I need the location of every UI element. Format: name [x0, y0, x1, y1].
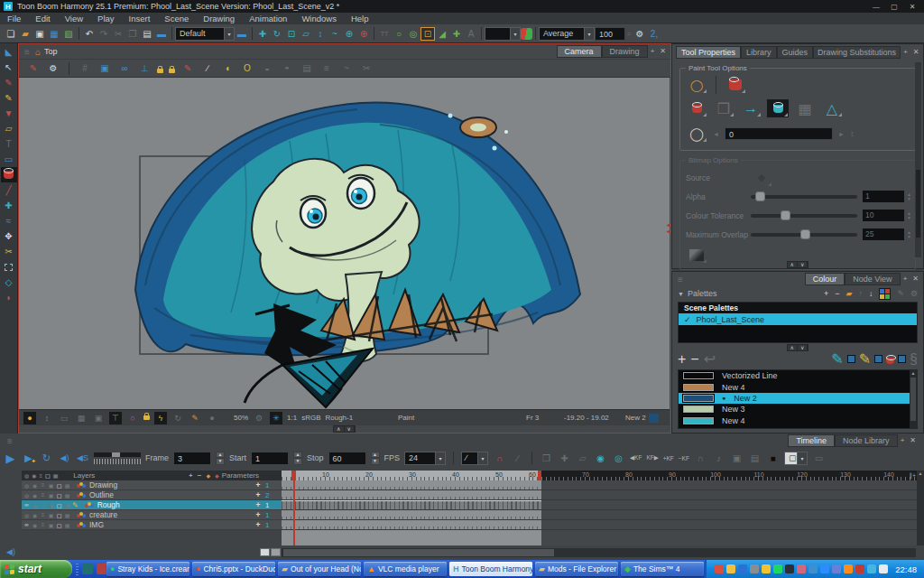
drawing-canvas[interactable]	[19, 78, 670, 409]
ease-type-dropdown[interactable]: Average▾	[539, 27, 595, 41]
add-palette-icon[interactable]: +	[824, 289, 828, 298]
sound-layer-icon[interactable]: ♪	[712, 452, 725, 465]
dropdown-caret-icon[interactable]: ▾	[584, 28, 594, 40]
layer-row[interactable]: ◍◉≡▣▢▦ creature + 1	[22, 510, 282, 520]
spin-right-icon[interactable]: ►	[838, 131, 845, 137]
onion-prev-icon[interactable]: ◒	[260, 61, 274, 75]
frames-vertical-scrollbar[interactable]: ▲	[917, 471, 924, 545]
paint-mode-icon[interactable]	[686, 99, 707, 117]
tray-controller-icon[interactable]	[867, 564, 876, 573]
swatch-row[interactable]: New 3	[679, 404, 917, 415]
rename-drawing-icon[interactable]: TT	[377, 27, 392, 41]
expand-layer-icon[interactable]: +	[253, 510, 263, 519]
tray-bluetooth-icon[interactable]	[738, 564, 747, 573]
menu-insert[interactable]: Insert	[122, 14, 158, 23]
expand-layer-icon[interactable]: +	[253, 520, 263, 529]
ink-tool-icon[interactable]: ◗	[1, 290, 17, 305]
cut-icon[interactable]: ✂	[111, 27, 125, 41]
select-tool-icon[interactable]: ↖	[1, 60, 17, 75]
edit-pencil-colour-icon[interactable]: ✎	[859, 350, 871, 368]
tray-volume-icon[interactable]	[879, 564, 888, 573]
draw-behind-icon[interactable]: ✎	[189, 412, 201, 424]
lasso-selection-icon[interactable]: ◯	[686, 76, 707, 94]
brush-preset-icon[interactable]	[521, 28, 532, 40]
add-peg-icon[interactable]: ✚	[449, 27, 464, 41]
close-tab-icon[interactable]: ✕	[907, 434, 919, 447]
animate-mode-icon[interactable]: ◣	[1, 44, 17, 60]
close-tab-icon[interactable]: ✕	[910, 46, 922, 59]
maintain-size-icon[interactable]: ↕	[313, 27, 328, 41]
onion-next-icon[interactable]: ◓	[280, 61, 294, 75]
workspace-flip-icon[interactable]: ▬	[235, 27, 249, 41]
dropdown-caret-icon[interactable]: ▾	[510, 28, 520, 40]
view-gear-icon[interactable]: ⚙	[46, 61, 60, 75]
sound-button[interactable]: ◀)	[58, 452, 71, 465]
layer-row[interactable]: ◍◉≡▣▢▦ Drawing + 1	[22, 480, 282, 490]
start-field[interactable]: 1	[251, 452, 289, 465]
volume-slider[interactable]	[94, 452, 141, 464]
flag-node-icon[interactable]: ◢	[435, 27, 449, 41]
render-play-button[interactable]: ▶✦	[22, 452, 35, 465]
workspace-dropdown[interactable]: Default▾	[175, 27, 235, 41]
hand-tool-icon[interactable]: ✥	[1, 228, 17, 244]
onion-layers-icon[interactable]: ≡	[319, 61, 334, 75]
select-composite-icon[interactable]: ⊡	[420, 27, 435, 41]
marquee-select-tool-icon[interactable]	[1, 259, 17, 275]
add-tab-icon[interactable]: +	[901, 273, 910, 285]
pivot-tool-icon[interactable]: ⊕	[342, 27, 356, 41]
tab-library[interactable]: Library	[741, 46, 777, 59]
onion-skin-icon[interactable]: ◉	[594, 452, 607, 465]
paint-colour-swatch[interactable]	[847, 355, 855, 363]
edit-paint-colour-icon[interactable]: ✎	[831, 350, 843, 368]
tab-node-view[interactable]: Node View	[845, 273, 900, 285]
minimize-button[interactable]: —	[868, 3, 884, 11]
frame-stepper[interactable]: ▲▼	[216, 452, 225, 465]
swatch-row[interactable]: Vectorized Line	[679, 370, 917, 381]
task-sims4[interactable]: ◆The Sims™ 4	[621, 562, 704, 576]
tray-vlc-icon[interactable]	[844, 564, 853, 573]
remove-palette-icon[interactable]: −	[835, 289, 839, 298]
white-cell-dropdown[interactable]: ▢▾	[784, 452, 808, 465]
add-peg-layer-icon[interactable]: ◆	[215, 472, 219, 479]
tab-camera[interactable]: Camera	[557, 45, 602, 58]
layer-row[interactable]: ∞ ◉≡▣▢▦ IMG + 1	[22, 520, 282, 530]
maximize-button[interactable]: ▢	[886, 3, 902, 11]
safe-area-icon[interactable]: ⊥	[137, 61, 152, 75]
layer-row[interactable]: ◍◉≡▣▢▦ Outline + 2	[22, 490, 282, 500]
pencil-colour-swatch[interactable]	[874, 355, 882, 363]
enable-all-icon[interactable]: ◉	[32, 472, 36, 479]
expand-layer-icon[interactable]: +	[253, 480, 263, 489]
light-bulb-icon[interactable]: ●	[23, 412, 36, 424]
tray-sync-icon[interactable]	[750, 564, 759, 573]
camera-layer-icon[interactable]: ▣	[730, 452, 744, 465]
task-file-explorer[interactable]: ▰Mods - File Explorer	[535, 562, 618, 576]
text-tool-icon[interactable]: T	[1, 136, 17, 152]
swatch-row[interactable]: New 4	[679, 415, 917, 426]
tray-warning-icon[interactable]	[762, 564, 771, 573]
remove-colour-icon[interactable]: −	[690, 351, 698, 368]
add-tab-icon[interactable]: +	[898, 434, 908, 447]
menu-edit[interactable]: Edit	[28, 14, 57, 23]
draft-pencil-icon[interactable]: ✎	[180, 61, 195, 75]
palette-row-selected[interactable]: ✓ Phool_Last_Scene	[679, 313, 917, 325]
frame-track-outline[interactable]	[282, 490, 917, 500]
tray-mail-icon[interactable]	[715, 564, 724, 573]
task-harmony-active[interactable]: HToon Boom Harmony...	[449, 562, 532, 576]
unpaint-mode-icon[interactable]	[767, 99, 789, 117]
tab-tool-properties[interactable]: Tool Properties	[676, 46, 741, 59]
split-down-icon[interactable]: ∨	[798, 262, 808, 267]
home-icon[interactable]: ⌂	[35, 47, 41, 57]
translate-tool-icon[interactable]: ✚	[255, 27, 270, 41]
close-tab-icon[interactable]: ✕	[910, 273, 921, 285]
show-node-icon[interactable]: ◎	[406, 27, 420, 41]
scene-end-marker[interactable]	[538, 471, 541, 480]
settings-gear-icon[interactable]: ⚙	[633, 27, 647, 41]
copy-icon[interactable]: ❐	[125, 27, 140, 41]
stamp-tool-icon[interactable]: ▼	[1, 106, 17, 121]
default-colour-icon[interactable]: ↩	[704, 350, 716, 368]
scripting-icon[interactable]: 2,	[647, 27, 661, 41]
loop-button[interactable]: ↻	[40, 452, 53, 465]
fps-dropdown[interactable]: 24▾	[404, 452, 446, 465]
palette-folder-icon[interactable]: ▰	[845, 289, 852, 298]
timeline-frames-area[interactable]: 10 20 30 40 50 60 70 80 90 100 110 120 1…	[282, 471, 917, 545]
